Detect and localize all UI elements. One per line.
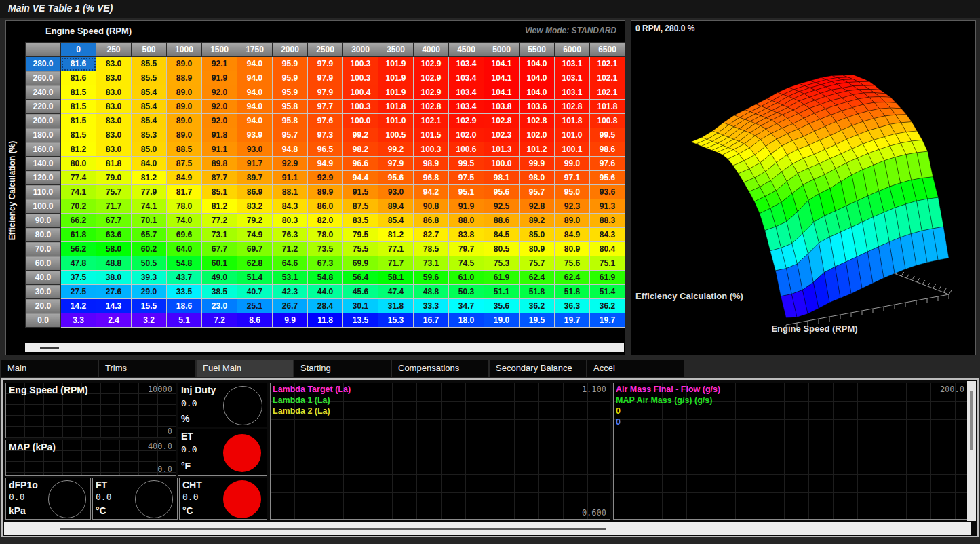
ve-cell[interactable]: 92.9 <box>273 157 308 171</box>
ve-cell[interactable]: 98.9 <box>414 157 449 171</box>
ve-cell[interactable]: 51.4 <box>590 285 625 299</box>
ve-cell[interactable]: 100.4 <box>343 85 378 100</box>
ve-cell[interactable]: 86.0 <box>308 199 343 214</box>
ve-cell[interactable]: 85.4 <box>132 100 167 114</box>
ve-cell[interactable]: 97.9 <box>308 57 343 71</box>
ve-row-header[interactable]: 100.0 <box>26 199 61 214</box>
ve-cell[interactable]: 92.0 <box>202 85 237 100</box>
ve-cell[interactable]: 42.3 <box>273 285 308 299</box>
ve-cell[interactable]: 102.0 <box>449 128 484 142</box>
ve-cell[interactable]: 97.3 <box>308 128 343 142</box>
ve-cell[interactable]: 75.7 <box>96 185 132 199</box>
ve-col-header[interactable]: 1500 <box>202 43 237 57</box>
ve-cell[interactable]: 3.2 <box>132 313 167 328</box>
ve-cell[interactable]: 67.3 <box>308 256 343 271</box>
ve-cell[interactable]: 81.5 <box>61 100 96 114</box>
ve-cell[interactable]: 82.0 <box>308 214 343 228</box>
tab-compensations[interactable]: Compensations <box>392 360 488 377</box>
ve-cell[interactable]: 92.8 <box>520 199 555 214</box>
ve-cell[interactable]: 44.0 <box>308 285 343 299</box>
ve-row-header[interactable]: 110.0 <box>26 185 61 199</box>
ve-cell[interactable]: 85.5 <box>132 57 167 71</box>
ve-cell[interactable]: 101.5 <box>414 128 449 142</box>
ve-col-header[interactable]: 4500 <box>449 43 484 57</box>
tab-fuel-main[interactable]: Fuel Main <box>197 360 293 377</box>
ve-cell[interactable]: 91.9 <box>449 199 484 214</box>
ve-cell[interactable]: 95.6 <box>484 185 520 199</box>
ve-cell[interactable]: 75.7 <box>520 256 555 271</box>
ve-cell[interactable]: 87.7 <box>202 171 237 185</box>
ve-cell[interactable]: 94.0 <box>237 57 273 71</box>
ve-cell[interactable]: 51.1 <box>484 285 520 299</box>
ve-cell[interactable]: 100.3 <box>343 57 378 71</box>
ve-cell[interactable]: 83.0 <box>96 142 132 157</box>
ve-cell[interactable]: 37.5 <box>61 271 96 285</box>
ve-cell[interactable]: 89.0 <box>167 128 202 142</box>
ve-cell[interactable]: 101.9 <box>378 57 414 71</box>
ve-cell[interactable]: 103.4 <box>449 85 484 100</box>
ve-cell[interactable]: 81.6 <box>61 71 96 85</box>
ve-cell[interactable]: 62.4 <box>555 271 590 285</box>
ve-cell[interactable]: 95.6 <box>378 171 414 185</box>
ve-cell[interactable]: 81.5 <box>61 85 96 100</box>
ve-cell[interactable]: 83.0 <box>96 71 132 85</box>
ve-cell[interactable]: 70.1 <box>132 214 167 228</box>
ve-cell[interactable]: 74.9 <box>237 228 273 242</box>
ve-cell[interactable]: 75.1 <box>590 256 625 271</box>
ve-cell[interactable]: 87.5 <box>167 157 202 171</box>
ve-cell[interactable]: 64.6 <box>273 256 308 271</box>
surface-plot-panel[interactable]: 0 RPM, 280.0 % Efficiency Calculation (%… <box>631 20 976 355</box>
ve-cell[interactable]: 89.0 <box>167 100 202 114</box>
ve-cell[interactable]: 25.1 <box>237 299 273 313</box>
ve-cell[interactable]: 40.7 <box>237 285 273 299</box>
ve-cell[interactable]: 19.7 <box>590 313 625 328</box>
ve-cell[interactable]: 63.6 <box>96 228 132 242</box>
ve-cell[interactable]: 85.1 <box>202 185 237 199</box>
ve-cell[interactable]: 36.2 <box>590 299 625 313</box>
ve-cell[interactable]: 81.2 <box>132 171 167 185</box>
ve-row-header[interactable]: 200.0 <box>26 114 61 128</box>
ve-cell[interactable]: 83.8 <box>449 228 484 242</box>
ve-cell[interactable]: 104.0 <box>520 71 555 85</box>
ve-cell[interactable]: 101.8 <box>378 100 414 114</box>
ve-cell[interactable]: 94.0 <box>237 85 273 100</box>
ve-cell[interactable]: 3.3 <box>61 313 96 328</box>
ve-grid[interactable]: 0250500100015001750200025003000350040004… <box>25 42 625 328</box>
ve-cell[interactable]: 89.2 <box>520 214 555 228</box>
ve-cell[interactable]: 18.0 <box>449 313 484 328</box>
ve-cell[interactable]: 95.8 <box>273 100 308 114</box>
ve-cell[interactable]: 102.8 <box>414 100 449 114</box>
ve-col-header[interactable]: 6500 <box>590 43 625 57</box>
ve-cell[interactable]: 81.8 <box>96 157 132 171</box>
ve-cell[interactable]: 92.9 <box>308 171 343 185</box>
ve-cell[interactable]: 54.8 <box>308 271 343 285</box>
ve-cell[interactable]: 93.0 <box>237 142 273 157</box>
ve-cell[interactable]: 92.3 <box>555 199 590 214</box>
ve-cell[interactable]: 2.4 <box>96 313 132 328</box>
vertical-scrollbar-thumb[interactable] <box>970 391 973 450</box>
ve-cell[interactable]: 14.2 <box>61 299 96 313</box>
ve-cell[interactable]: 50.5 <box>132 256 167 271</box>
ve-cell[interactable]: 103.6 <box>520 100 555 114</box>
ve-cell[interactable]: 58.0 <box>96 242 132 256</box>
ve-cell[interactable]: 81.7 <box>167 185 202 199</box>
ve-cell[interactable]: 80.9 <box>520 242 555 256</box>
ve-cell[interactable]: 95.8 <box>273 114 308 128</box>
ve-cell[interactable]: 83.0 <box>96 128 132 142</box>
ve-cell[interactable]: 102.9 <box>449 114 484 128</box>
ve-cell[interactable]: 92.5 <box>484 199 520 214</box>
ve-cell[interactable]: 88.1 <box>273 185 308 199</box>
ve-cell[interactable]: 97.5 <box>449 171 484 185</box>
ve-cell[interactable]: 102.8 <box>555 100 590 114</box>
ve-cell[interactable]: 79.5 <box>343 228 378 242</box>
table-horizontal-scrollbar[interactable] <box>25 343 624 352</box>
ve-cell[interactable]: 80.9 <box>555 242 590 256</box>
ve-surface-plot[interactable] <box>631 21 975 355</box>
ve-col-header[interactable]: 2500 <box>308 43 343 57</box>
ve-cell[interactable]: 91.8 <box>202 128 237 142</box>
ve-cell[interactable]: 75.5 <box>343 242 378 256</box>
ve-row-header[interactable]: 40.0 <box>26 271 61 285</box>
ve-cell[interactable]: 49.0 <box>202 271 237 285</box>
ve-cell[interactable]: 83.0 <box>96 100 132 114</box>
ve-cell[interactable]: 92.1 <box>202 57 237 71</box>
